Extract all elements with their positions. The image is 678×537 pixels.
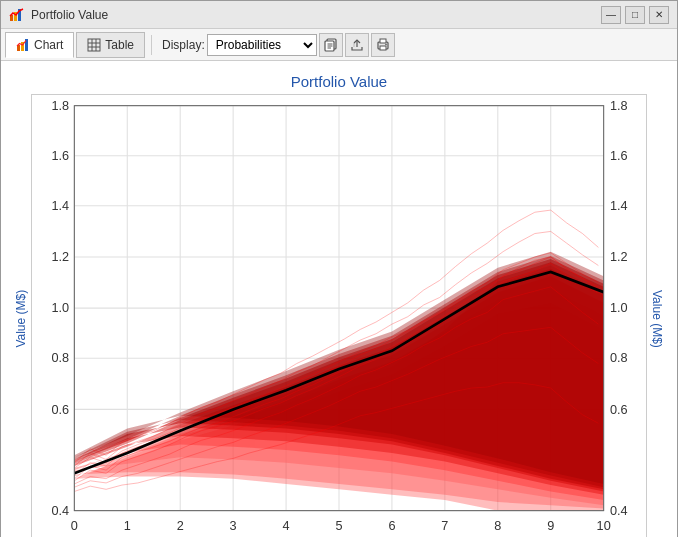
title-bar-left: Portfolio Value (9, 7, 108, 23)
svg-text:8: 8 (494, 518, 501, 533)
export-button[interactable] (345, 33, 369, 57)
svg-text:0.6: 0.6 (610, 402, 628, 417)
svg-text:5: 5 (335, 518, 342, 533)
svg-text:0.6: 0.6 (51, 402, 69, 417)
svg-text:7: 7 (441, 518, 448, 533)
title-bar: Portfolio Value — □ ✕ (1, 1, 677, 29)
chart-tab-icon (16, 38, 30, 52)
copy-icon (324, 38, 338, 52)
svg-text:1.6: 1.6 (51, 148, 69, 163)
window-title: Portfolio Value (31, 8, 108, 22)
close-button[interactable]: ✕ (649, 6, 669, 24)
svg-text:0.8: 0.8 (610, 350, 628, 365)
svg-text:1.8: 1.8 (51, 98, 69, 113)
tab-chart[interactable]: Chart (5, 32, 74, 58)
svg-point-21 (385, 43, 387, 45)
main-window: Portfolio Value — □ ✕ Chart (0, 0, 678, 537)
svg-text:1.2: 1.2 (51, 249, 69, 264)
chart-container: Value (M$) (11, 94, 667, 537)
svg-text:1.0: 1.0 (51, 300, 69, 315)
table-tab-icon (87, 38, 101, 52)
svg-rect-20 (380, 46, 386, 50)
display-label: Display: (162, 38, 205, 52)
svg-text:1.6: 1.6 (610, 148, 628, 163)
svg-rect-19 (380, 39, 386, 43)
svg-text:1.2: 1.2 (610, 249, 628, 264)
svg-text:1: 1 (124, 518, 131, 533)
svg-text:1.4: 1.4 (610, 198, 628, 213)
y-axis-label-right: Value (M$) (647, 94, 667, 537)
tab-table-label: Table (105, 38, 134, 52)
window-icon (9, 7, 25, 23)
chart-area: Portfolio Value Value (M$) (1, 61, 677, 537)
svg-text:0.4: 0.4 (610, 503, 628, 518)
tab-table[interactable]: Table (76, 32, 145, 58)
tab-chart-label: Chart (34, 38, 63, 52)
svg-text:2: 2 (177, 518, 184, 533)
export-icon (350, 38, 364, 52)
svg-text:10: 10 (597, 518, 611, 533)
svg-text:4: 4 (283, 518, 290, 533)
maximize-button[interactable]: □ (625, 6, 645, 24)
svg-text:1.8: 1.8 (610, 98, 628, 113)
svg-text:9: 9 (547, 518, 554, 533)
svg-text:1.0: 1.0 (610, 300, 628, 315)
copy-button[interactable] (319, 33, 343, 57)
print-button[interactable] (371, 33, 395, 57)
svg-text:3: 3 (230, 518, 237, 533)
toolbar-separator (151, 35, 152, 55)
svg-rect-6 (88, 39, 100, 51)
svg-text:1.4: 1.4 (51, 198, 69, 213)
chart-inner: 1.8 1.6 1.4 1.2 1.0 0.8 0.6 0.4 1.8 1.6 … (31, 94, 647, 537)
chart-title: Portfolio Value (291, 73, 387, 90)
svg-text:0.8: 0.8 (51, 350, 69, 365)
toolbar: Chart Table Display: Probabilities Mean … (1, 29, 677, 61)
y-axis-label-left: Value (M$) (11, 94, 31, 537)
title-controls: — □ ✕ (601, 6, 669, 24)
svg-text:0: 0 (71, 518, 78, 533)
chart-svg: 1.8 1.6 1.4 1.2 1.0 0.8 0.6 0.4 1.8 1.6 … (32, 95, 646, 537)
print-icon (376, 38, 390, 52)
minimize-button[interactable]: — (601, 6, 621, 24)
svg-text:0.4: 0.4 (51, 503, 69, 518)
svg-text:6: 6 (388, 518, 395, 533)
display-select[interactable]: Probabilities Mean Median (207, 34, 317, 56)
